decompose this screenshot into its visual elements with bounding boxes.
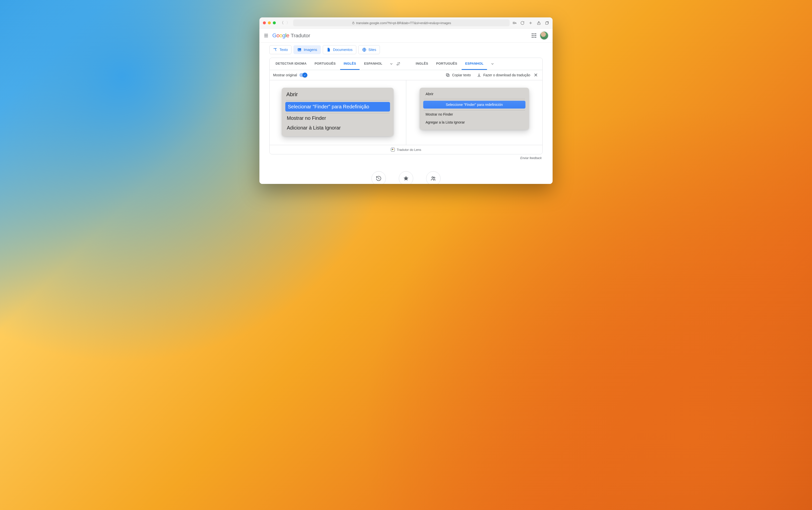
share-icon[interactable]: [537, 21, 541, 25]
globe-icon: [362, 48, 367, 52]
translate-panel: DETECTAR IDIOMA PORTUGUÊS INGLÊS ESPANHO…: [269, 58, 543, 154]
text-icon: [273, 48, 278, 52]
history-icon: [376, 175, 382, 181]
mode-images-label: Imagens: [303, 48, 317, 52]
close-window-button[interactable]: [263, 21, 266, 24]
copy-text-button[interactable]: Copiar texto: [445, 73, 471, 77]
show-original-label: Mostrar original: [273, 73, 297, 77]
translated-menu-ignore: Agregar a la Lista Ignorar: [422, 118, 526, 126]
language-tabs-row: DETECTAR IDIOMA PORTUGUÊS INGLÊS ESPANHO…: [269, 58, 543, 70]
reload-icon[interactable]: [520, 21, 524, 25]
original-menu-title: Abrir: [284, 91, 391, 100]
svg-rect-0: [352, 23, 354, 24]
svg-rect-7: [446, 74, 448, 76]
toolbar-right: ⊞ᴀ: [513, 21, 549, 25]
image-toolbar: Mostrar original Copiar texto Fazer o do…: [269, 70, 543, 80]
target-tab-spanish[interactable]: ESPANHOL: [462, 58, 487, 70]
svg-rect-3: [298, 48, 301, 51]
bottom-shortcut-buttons: [259, 171, 553, 184]
source-language-tabs: DETECTAR IDIOMA PORTUGUÊS INGLÊS ESPANHO…: [269, 58, 402, 70]
contribute-button[interactable]: [426, 171, 440, 184]
back-button[interactable]: 〈: [280, 20, 284, 26]
mode-documents[interactable]: Documentos: [323, 45, 356, 54]
document-icon: [326, 48, 331, 52]
saved-button[interactable]: [399, 171, 413, 184]
translated-image-pane: Abrir Seleccione "Finder" para redefinic…: [406, 80, 543, 145]
translated-menu-show: Mostrar no Finder: [422, 110, 526, 118]
source-tab-portuguese[interactable]: PORTUGUÊS: [311, 58, 339, 70]
google-logo: Google: [272, 32, 289, 39]
window-controls: [263, 21, 276, 24]
account-avatar[interactable]: [540, 31, 549, 40]
svg-rect-6: [447, 74, 449, 77]
source-more-languages[interactable]: [387, 62, 396, 66]
people-icon: [430, 175, 436, 181]
url-text: translate.google.com/?hl=pt-BR&tab=TT&sl…: [356, 21, 451, 25]
mode-text[interactable]: Texto: [269, 45, 291, 54]
original-menu-ignore: Adicionar à Lista Ignorar: [284, 123, 391, 133]
image-icon: [297, 48, 302, 52]
translated-menu-title: Abrir: [422, 91, 526, 99]
download-icon: [477, 73, 481, 77]
brand[interactable]: Google Tradutor: [272, 32, 310, 39]
mode-chips: Texto Imagens Documentos Sites: [259, 43, 553, 58]
original-menu-select: Selecionar "Finder" para Redefinição: [285, 102, 390, 112]
tabs-icon[interactable]: [545, 21, 549, 25]
lens-footer[interactable]: Tradutor do Lens: [269, 145, 543, 154]
chevron-down-icon: [491, 62, 494, 66]
clear-image-button[interactable]: ✕: [533, 72, 539, 78]
minimize-window-button[interactable]: [268, 21, 271, 24]
zoom-window-button[interactable]: [273, 21, 276, 24]
forward-button[interactable]: 〉: [286, 20, 290, 26]
app-header: Google Tradutor: [259, 29, 553, 43]
download-translation-button[interactable]: Fazer o download da tradução: [477, 73, 530, 77]
lock-icon: [352, 21, 355, 24]
copy-icon: [445, 73, 450, 77]
hamburger-menu-button[interactable]: [263, 33, 269, 38]
original-menu-preview: Abrir Selecionar "Finder" para Redefiniç…: [282, 88, 394, 136]
translate-extension-icon[interactable]: ⊞ᴀ: [513, 21, 516, 25]
product-name: Tradutor: [291, 33, 310, 38]
history-button[interactable]: [372, 171, 386, 184]
download-label: Fazer o download da tradução: [483, 73, 530, 77]
lens-icon: [391, 148, 395, 151]
browser-titlebar: 〈 〉 translate.google.com/?hl=pt-BR&tab=T…: [259, 18, 553, 29]
svg-point-9: [434, 177, 435, 178]
target-more-languages[interactable]: [488, 62, 497, 66]
svg-point-8: [432, 177, 433, 178]
original-menu-show: Mostrar no Finder: [284, 113, 391, 123]
image-compare-row: Abrir Selecionar "Finder" para Redefiniç…: [269, 80, 543, 145]
send-feedback-link[interactable]: Enviar feedback: [259, 154, 553, 160]
target-language-tabs: INGLÊS PORTUGUÊS ESPANHOL: [402, 58, 543, 70]
mode-documents-label: Documentos: [333, 48, 353, 52]
svg-point-4: [298, 49, 299, 50]
source-tab-detect[interactable]: DETECTAR IDIOMA: [272, 58, 310, 70]
address-bar[interactable]: translate.google.com/?hl=pt-BR&tab=TT&sl…: [293, 19, 510, 26]
mode-images[interactable]: Imagens: [293, 45, 321, 54]
translated-menu-select: Seleccione "Finder" para redefinición: [423, 101, 525, 109]
chevron-down-icon: [389, 62, 393, 66]
mode-text-label: Texto: [280, 48, 288, 52]
swap-languages-button[interactable]: [396, 61, 401, 66]
svg-rect-2: [546, 22, 548, 24]
original-image-pane: Abrir Selecionar "Finder" para Redefiniç…: [269, 80, 406, 145]
safari-window: 〈 〉 translate.google.com/?hl=pt-BR&tab=T…: [259, 18, 553, 184]
new-tab-icon[interactable]: [528, 21, 533, 25]
mode-sites[interactable]: Sites: [358, 45, 380, 54]
mode-sites-label: Sites: [369, 48, 376, 52]
google-apps-button[interactable]: [532, 33, 536, 38]
nav-arrows: 〈 〉: [280, 20, 290, 26]
target-tab-portuguese[interactable]: PORTUGUÊS: [433, 58, 461, 70]
source-tab-english[interactable]: INGLÊS: [340, 58, 359, 70]
show-original-toggle[interactable]: [299, 73, 307, 77]
lens-label: Tradutor do Lens: [397, 148, 422, 151]
copy-text-label: Copiar texto: [452, 73, 471, 77]
source-tab-spanish[interactable]: ESPANHOL: [360, 58, 386, 70]
target-tab-english[interactable]: INGLÊS: [412, 58, 432, 70]
star-icon: [403, 175, 409, 181]
translated-menu-preview: Abrir Seleccione "Finder" para redefinic…: [420, 88, 529, 130]
